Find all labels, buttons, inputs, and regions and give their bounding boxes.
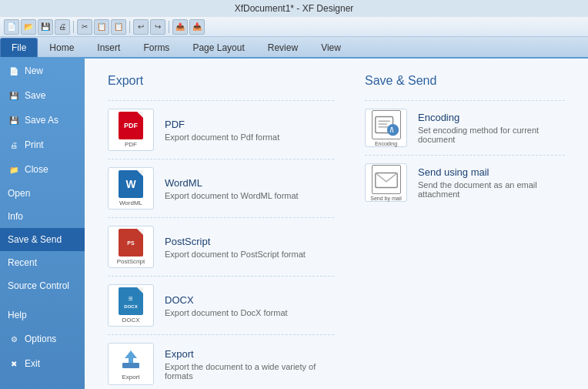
encoding-name: Encoding [418,112,565,123]
toolbar-extra1-btn[interactable]: 📤 [172,19,188,35]
export-icon-label: Export [122,374,139,381]
toolbar-print-btn[interactable]: 🖨 [55,19,70,35]
savesend-title: Save & Send [365,74,565,91]
encoding-info: Encoding Set encoding method for current… [418,112,565,144]
mail-info: Send using mail Send the document as an … [418,166,565,199]
docx-icon: ≡ DOCX [119,287,143,315]
export-item-pdf[interactable]: PDF PDF PDF Export document to Pdf forma… [108,100,334,159]
ribbon-tabs: File Home Insert Forms Page Layout Revie… [0,37,588,59]
tab-review[interactable]: Review [256,38,309,57]
encoding-desc: Set encoding method for current document [418,126,565,144]
wordml-icon-label: WordML [119,200,142,206]
pdf-icon: PDF [119,112,143,139]
sidebar-item-options[interactable]: ⚙ Options [0,327,85,351]
pdf-name: PDF [165,119,334,130]
sidebar-item-saveas[interactable]: 💾 Save As [0,108,85,132]
export-icon-box: Export [108,343,154,385]
sidebar-item-print[interactable]: 🖨 Print [0,132,85,157]
docx-desc: Export document to DocX format [165,308,334,317]
sidebar-label-open: Open [8,188,30,199]
title-text: XfDocument1* - XF Designer [235,3,354,14]
pdf-desc: Export document to Pdf format [165,132,334,142]
sidebar-item-sourcecontrol[interactable]: Source Control [0,274,85,297]
send-item-encoding[interactable]: /\ Encoding Encoding Set encoding method… [365,100,565,155]
tab-forms[interactable]: Forms [132,38,181,57]
toolbar-redo-btn[interactable]: ↪ [150,19,165,35]
sidebar-item-new[interactable]: 📄 New [0,59,85,83]
toolbar-new-btn[interactable]: 📄 [4,19,19,35]
ps-info: PostScript Export document to PostScript… [165,236,334,259]
sidebar-label-close: Close [25,164,48,175]
svg-marker-1 [125,350,137,363]
sidebar-item-save[interactable]: 💾 Save [0,83,85,108]
toolbar-copy-btn[interactable]: 📋 [94,19,109,35]
toolbar-paste-btn[interactable]: 📋 [111,19,126,35]
sidebar-item-info[interactable]: Info [0,205,85,228]
export-item-export[interactable]: Export Export Export the document to a w… [108,334,334,389]
sidebar-label-help: Help [8,310,27,320]
options-icon: ⚙ [8,333,20,345]
wordml-desc: Export document to WordML format [165,191,334,200]
ps-icon: PS [119,229,143,257]
send-item-mail[interactable]: Send by mail Send using mail Send the do… [365,155,565,210]
toolbar-save-btn[interactable]: 💾 [38,19,53,35]
sidebar-item-savesend[interactable]: Save & Send [0,228,85,251]
toolbar-cut-btn[interactable]: ✂ [77,19,92,35]
mail-icon [372,165,401,194]
wordml-name: WordML [165,177,334,189]
encoding-icon-box: /\ Encoding [365,109,407,147]
wordml-icon: W [119,170,143,198]
export-item-postscript[interactable]: PS PostScript PostScript Export document… [108,217,334,276]
toolbar-sep-3 [169,21,169,33]
savesend-section: Save & Send /\ Encoding [365,74,565,374]
sidebar-item-exit[interactable]: ✖ Exit [0,351,85,376]
toolbar-sep-1 [73,21,74,33]
print-icon: 🖨 [8,139,20,151]
docx-icon-label: DOCX [122,317,139,324]
ps-icon-label: PostScript [117,258,145,265]
sidebar-item-close[interactable]: 📁 Close [0,157,85,182]
toolbar-undo-btn[interactable]: ↩ [133,19,149,35]
tab-insert[interactable]: Insert [85,38,132,57]
export-item-wordml[interactable]: W WordML WordML Export document to WordM… [108,159,334,217]
wordml-icon-box: W WordML [108,167,154,210]
main-layout: 📄 New 💾 Save 💾 Save As 🖨 Print 📁 Close O… [0,59,588,389]
sidebar-item-recent[interactable]: Recent [0,251,85,274]
export-item-docx[interactable]: ≡ DOCX DOCX DOCX Export document to DocX… [108,276,334,334]
toolbar-extra2-btn[interactable]: 📥 [189,19,205,35]
sidebar: 📄 New 💾 Save 💾 Save As 🖨 Print 📁 Close O… [0,59,85,389]
sidebar-label-save: Save [25,90,45,101]
ps-desc: Export document to PostScript format [165,250,334,259]
pdf-icon-box: PDF PDF [108,109,154,151]
mail-label-small: Send by mail [370,196,401,201]
export-info: Export Export the document to a wide var… [165,348,334,381]
sidebar-label-sourcecontrol: Source Control [8,280,69,291]
toolbar-sep-2 [129,21,130,33]
encoding-icon: /\ [372,110,401,139]
content-area: Export PDF PDF PDF Export document to Pd… [85,59,588,389]
docx-info: DOCX Export document to DocX format [165,294,334,317]
mail-icon-box: Send by mail [365,163,407,202]
wordml-info: WordML Export document to WordML format [165,177,334,200]
docx-icon-box: ≡ DOCX DOCX [108,284,154,327]
title-bar: XfDocument1* - XF Designer [0,0,588,17]
sidebar-label-print: Print [25,139,44,150]
sidebar-item-help[interactable]: Help [0,303,85,327]
sidebar-label-recent: Recent [8,257,37,268]
sidebar-label-new: New [25,65,43,76]
new-icon: 📄 [8,65,20,77]
mail-name: Send using mail [418,166,565,178]
sidebar-item-open[interactable]: Open [0,182,85,205]
tab-file[interactable]: File [0,38,38,57]
tab-view[interactable]: View [309,38,352,57]
pdf-icon-label: PDF [125,141,137,148]
tab-home[interactable]: Home [38,38,85,57]
export-desc: Export the document to a wide variety of… [165,362,334,381]
ps-name: PostScript [165,236,334,247]
toolbar: 📄 📂 💾 🖨 ✂ 📋 📋 ↩ ↪ 📤 📥 [0,17,588,37]
toolbar-open-btn[interactable]: 📂 [21,19,36,35]
mail-desc: Send the document as an email attachment [418,180,565,199]
sidebar-label-info: Info [8,211,23,222]
sidebar-label-saveas: Save As [25,115,58,126]
tab-pagelayout[interactable]: Page Layout [181,38,256,57]
